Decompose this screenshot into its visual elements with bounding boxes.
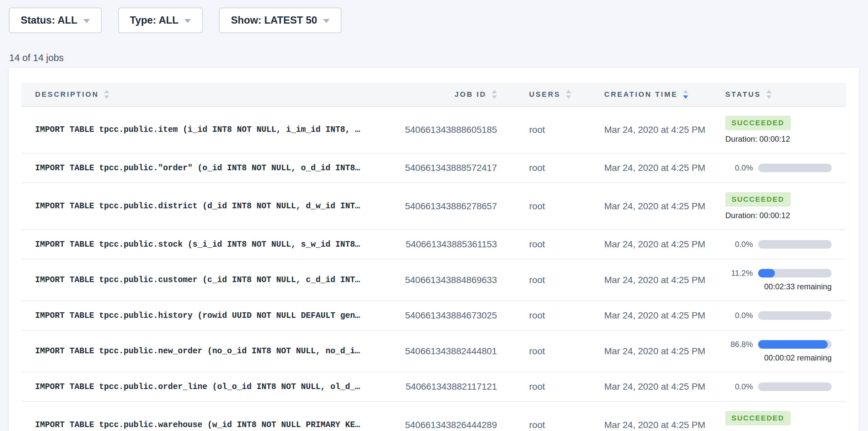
job-progress-percent: 0.0% — [725, 382, 753, 391]
job-progress-percent: 0.0% — [725, 163, 753, 173]
job-description-cell: IMPORT TABLE tpcc.public."order" (o_id I… — [21, 153, 389, 183]
job-status-cell: SUCCEEDEDDuration: 00:00:12 — [704, 183, 846, 229]
job-description-cell: IMPORT TABLE tpcc.public.new_order (no_o… — [21, 330, 389, 372]
table-row: IMPORT TABLE tpcc.public.stock (s_i_id I… — [21, 229, 846, 259]
chevron-down-icon — [83, 19, 90, 23]
job-description-cell: IMPORT TABLE tpcc.public.stock (s_i_id I… — [21, 229, 389, 259]
table-row: IMPORT TABLE tpcc.public.new_order (no_o… — [21, 330, 846, 372]
progress-bar-fill — [758, 340, 828, 349]
job-description-cell: IMPORT TABLE tpcc.public.item (i_id INT8… — [21, 106, 389, 153]
sort-arrows-icon — [683, 90, 688, 99]
table-row: IMPORT TABLE tpcc.public.item (i_id INT8… — [21, 106, 846, 153]
job-progress: 0.0% — [725, 311, 846, 320]
job-description-cell: IMPORT TABLE tpcc.public.customer (c_id … — [21, 259, 389, 301]
sort-arrows-icon — [492, 90, 497, 99]
progress-bar-track — [758, 340, 832, 349]
job-status-cell: 0.0% — [704, 372, 846, 401]
status-badge: SUCCEEDED — [725, 411, 790, 425]
job-user-cell: root — [497, 301, 576, 330]
table-row: IMPORT TABLE tpcc.public.order_line (ol_… — [21, 372, 846, 401]
job-creation-time-cell: Mar 24, 2020 at 4:25 PM — [576, 229, 704, 259]
job-status-cell: 0.0% — [704, 229, 846, 259]
job-user-cell: root — [497, 106, 576, 153]
column-header-creation-time[interactable]: CREATION TIME — [576, 83, 704, 106]
show-filter-label: Show: LATEST 50 — [231, 14, 317, 26]
job-time-remaining-label: 00:02:33 remaining — [725, 282, 832, 291]
job-duration-label: Duration: 00:00:12 — [725, 134, 846, 144]
job-creation-time-cell: Mar 24, 2020 at 4:25 PM — [576, 106, 704, 153]
column-header-job-id[interactable]: JOB ID — [389, 83, 497, 106]
job-id-cell: 540661343882117121 — [389, 372, 497, 401]
job-duration-label: Duration: 00:00:08 — [725, 430, 846, 431]
job-progress: 0.0% — [725, 163, 846, 173]
show-filter-dropdown[interactable]: Show: LATEST 50 — [219, 7, 341, 33]
progress-bar-track — [758, 164, 832, 172]
job-status-cell: SUCCEEDEDDuration: 00:00:12 — [704, 106, 846, 153]
job-id-cell: 540661343888572417 — [389, 153, 497, 183]
job-creation-time-cell: Mar 24, 2020 at 4:25 PM — [576, 372, 704, 401]
job-progress-percent: 86.8% — [725, 340, 753, 349]
jobs-table-header: DESCRIPTION JOB ID USERS — [21, 83, 846, 106]
job-progress: 0.0% — [725, 240, 846, 249]
job-id-cell: 540661343886278657 — [389, 183, 497, 229]
status-filter-dropdown[interactable]: Status: ALL — [9, 7, 102, 33]
job-user-cell: root — [497, 330, 576, 372]
job-user-cell: root — [497, 372, 576, 401]
job-description-cell: IMPORT TABLE tpcc.public.order_line (ol_… — [21, 372, 389, 401]
filter-bar: Status: ALL Type: ALL Show: LATEST 50 — [9, 7, 341, 33]
job-progress: 11.2% — [725, 269, 846, 278]
job-progress-percent: 0.0% — [725, 311, 753, 320]
job-description-cell: IMPORT TABLE tpcc.public.warehouse (w_id… — [21, 401, 389, 431]
chevron-down-icon — [184, 19, 191, 23]
job-time-remaining-label: 00:00:02 remaining — [725, 353, 832, 363]
job-creation-time-cell: Mar 24, 2020 at 4:25 PM — [576, 153, 704, 183]
column-header-status[interactable]: STATUS — [704, 83, 846, 106]
job-status-cell: 86.8%00:00:02 remaining — [704, 330, 846, 372]
job-progress-percent: 11.2% — [725, 269, 753, 278]
job-creation-time-cell: Mar 24, 2020 at 4:25 PM — [576, 401, 704, 431]
status-badge: SUCCEEDED — [725, 192, 790, 207]
table-row: IMPORT TABLE tpcc.public.history (rowid … — [21, 301, 846, 330]
job-id-cell: 540661343884673025 — [389, 301, 497, 330]
type-filter-dropdown[interactable]: Type: ALL — [118, 7, 203, 33]
progress-bar-fill — [758, 269, 775, 277]
job-description-cell: IMPORT TABLE tpcc.public.history (rowid … — [21, 301, 389, 330]
job-id-cell: 540661343826444289 — [389, 401, 497, 431]
job-creation-time-cell: Mar 24, 2020 at 4:25 PM — [576, 259, 704, 301]
job-description-cell: IMPORT TABLE tpcc.public.district (d_id … — [21, 183, 389, 229]
progress-bar-track — [758, 311, 832, 320]
progress-bar-track — [758, 269, 832, 277]
type-filter-label: Type: ALL — [130, 14, 179, 26]
chevron-down-icon — [323, 19, 330, 23]
job-duration-label: Duration: 00:00:12 — [725, 211, 846, 220]
jobs-table-body: IMPORT TABLE tpcc.public.item (i_id INT8… — [21, 106, 846, 431]
job-id-cell: 540661343884869633 — [389, 259, 497, 301]
job-user-cell: root — [497, 153, 576, 183]
status-badge: SUCCEEDED — [725, 116, 790, 130]
job-user-cell: root — [497, 259, 576, 301]
column-header-users[interactable]: USERS — [497, 83, 576, 106]
job-user-cell: root — [497, 183, 576, 229]
job-progress: 86.8% — [725, 340, 846, 349]
job-creation-time-cell: Mar 24, 2020 at 4:25 PM — [576, 183, 704, 229]
job-status-cell: SUCCEEDEDDuration: 00:00:08 — [704, 401, 846, 431]
job-creation-time-cell: Mar 24, 2020 at 4:25 PM — [576, 330, 704, 372]
job-id-cell: 540661343885361153 — [389, 229, 497, 259]
job-status-cell: 0.0% — [704, 301, 846, 330]
table-row: IMPORT TABLE tpcc.public."order" (o_id I… — [21, 153, 846, 183]
job-user-cell: root — [497, 229, 576, 259]
progress-bar-track — [758, 382, 832, 391]
column-header-description[interactable]: DESCRIPTION — [21, 83, 389, 106]
jobs-table: DESCRIPTION JOB ID USERS — [21, 83, 846, 431]
sort-arrows-icon — [104, 90, 109, 99]
job-status-cell: 0.0% — [704, 153, 846, 183]
jobs-table-card: DESCRIPTION JOB ID USERS — [9, 68, 859, 431]
job-progress: 0.0% — [725, 382, 846, 391]
sort-arrows-icon — [766, 90, 772, 99]
job-status-cell: 11.2%00:02:33 remaining — [704, 259, 846, 301]
job-user-cell: root — [497, 401, 576, 431]
sort-arrows-icon — [566, 90, 571, 99]
jobs-count-label: 14 of 14 jobs — [9, 53, 64, 63]
job-creation-time-cell: Mar 24, 2020 at 4:25 PM — [576, 301, 704, 330]
job-id-cell: 540661343882444801 — [389, 330, 497, 372]
